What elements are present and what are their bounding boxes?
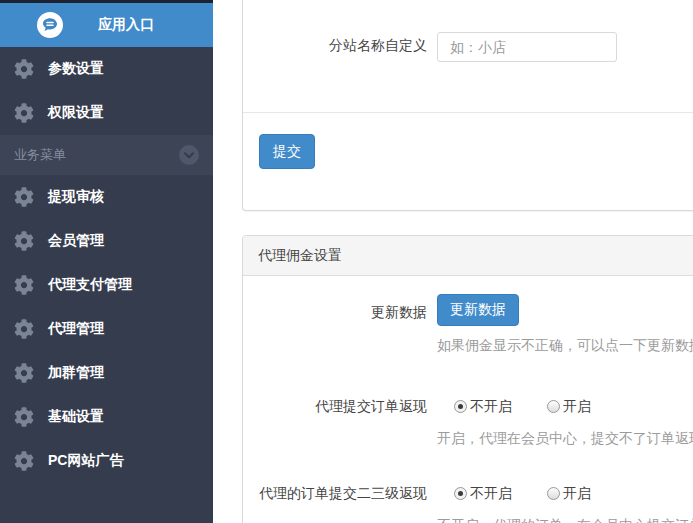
sidebar: 应用入口 参数设置 权限设置 业务菜单 提现审核 会员管理 代理支付管理 代理管… bbox=[0, 0, 213, 523]
subsite-name-input[interactable] bbox=[437, 32, 617, 62]
radio-selected-icon[interactable] bbox=[454, 487, 467, 500]
sidebar-item-label: 代理管理 bbox=[48, 320, 104, 338]
gear-icon bbox=[14, 363, 34, 383]
gear-icon bbox=[14, 407, 34, 427]
sidebar-item-basic-settings[interactable]: 基础设置 bbox=[0, 395, 213, 439]
sidebar-item-label: PC网站广告 bbox=[48, 452, 123, 470]
sidebar-item-label: 提现审核 bbox=[48, 188, 104, 206]
radio-selected-icon[interactable] bbox=[454, 400, 467, 413]
sidebar-item-withdrawal-review[interactable]: 提现审核 bbox=[0, 175, 213, 219]
agent-order-cashback-label: 代理提交订单返现 bbox=[243, 396, 427, 416]
radio-option-label: 开启 bbox=[563, 481, 591, 505]
radio-option-label: 开启 bbox=[563, 394, 591, 418]
sidebar-item-label: 权限设置 bbox=[48, 104, 104, 122]
comment-icon bbox=[37, 12, 63, 38]
tier-cashback-label: 代理的订单提交二三级返现 bbox=[243, 483, 427, 503]
chevron-down-icon bbox=[179, 145, 199, 165]
gear-icon bbox=[14, 231, 34, 251]
panel-footer-divider bbox=[243, 112, 693, 113]
tier-cashback-radio-group: 不开启 开启 bbox=[454, 481, 626, 505]
panel-title: 代理佣金设置 bbox=[243, 236, 693, 276]
sidebar-item-label: 应用入口 bbox=[98, 16, 154, 34]
radio-option-on[interactable]: 开启 bbox=[547, 394, 591, 418]
main-content: 分站名称自定义 提交 代理佣金设置 更新数据 更新数据 如果佣金显示不正确，可以… bbox=[213, 0, 693, 523]
sidebar-item-group-management[interactable]: 加群管理 bbox=[0, 351, 213, 395]
radio-option-label: 不开启 bbox=[470, 394, 512, 418]
subsite-name-label: 分站名称自定义 bbox=[243, 35, 427, 55]
sidebar-item-member-management[interactable]: 会员管理 bbox=[0, 219, 213, 263]
sidebar-item-app-entry[interactable]: 应用入口 bbox=[0, 3, 213, 47]
sidebar-item-parameter-settings[interactable]: 参数设置 bbox=[0, 47, 213, 91]
sidebar-item-label: 基础设置 bbox=[48, 408, 104, 426]
sidebar-item-agent-payment-management[interactable]: 代理支付管理 bbox=[0, 263, 213, 307]
agent-order-cashback-radio-group: 不开启 开启 bbox=[454, 394, 626, 418]
gear-icon bbox=[14, 187, 34, 207]
agent-order-cashback-help-text: 开启，代理在会员中心，提交不了订单返现 bbox=[437, 428, 693, 448]
radio-unselected-icon[interactable] bbox=[547, 487, 560, 500]
update-data-button[interactable]: 更新数据 bbox=[437, 294, 519, 326]
sidebar-item-label: 代理支付管理 bbox=[48, 276, 132, 294]
subsite-settings-panel: 分站名称自定义 提交 bbox=[242, 0, 693, 211]
sidebar-item-permission-settings[interactable]: 权限设置 bbox=[0, 91, 213, 135]
update-data-help-text: 如果佣金显示不正确，可以点一下更新数据 bbox=[437, 335, 693, 355]
tier-cashback-help-text: 不开启，代理的订单，在会员中心提交订单 bbox=[437, 515, 693, 523]
sidebar-item-label: 加群管理 bbox=[48, 364, 104, 382]
radio-unselected-icon[interactable] bbox=[547, 400, 560, 413]
update-data-label: 更新数据 bbox=[243, 302, 427, 322]
agent-commission-panel: 代理佣金设置 更新数据 更新数据 如果佣金显示不正确，可以点一下更新数据 代理提… bbox=[242, 235, 693, 523]
sidebar-item-agent-management[interactable]: 代理管理 bbox=[0, 307, 213, 351]
submit-button[interactable]: 提交 bbox=[259, 134, 315, 169]
gear-icon bbox=[14, 59, 34, 79]
gear-icon bbox=[14, 275, 34, 295]
gear-icon bbox=[14, 319, 34, 339]
radio-option-on[interactable]: 开启 bbox=[547, 481, 591, 505]
gear-icon bbox=[14, 451, 34, 471]
radio-option-off[interactable]: 不开启 bbox=[454, 481, 512, 505]
sidebar-item-pc-site-ads[interactable]: PC网站广告 bbox=[0, 439, 213, 483]
sidebar-section-label: 业务菜单 bbox=[14, 146, 66, 164]
gear-icon bbox=[14, 103, 34, 123]
sidebar-item-label: 参数设置 bbox=[48, 60, 104, 78]
radio-option-label: 不开启 bbox=[470, 481, 512, 505]
sidebar-item-label: 会员管理 bbox=[48, 232, 104, 250]
sidebar-section-business-menu[interactable]: 业务菜单 bbox=[0, 135, 213, 175]
radio-option-off[interactable]: 不开启 bbox=[454, 394, 512, 418]
